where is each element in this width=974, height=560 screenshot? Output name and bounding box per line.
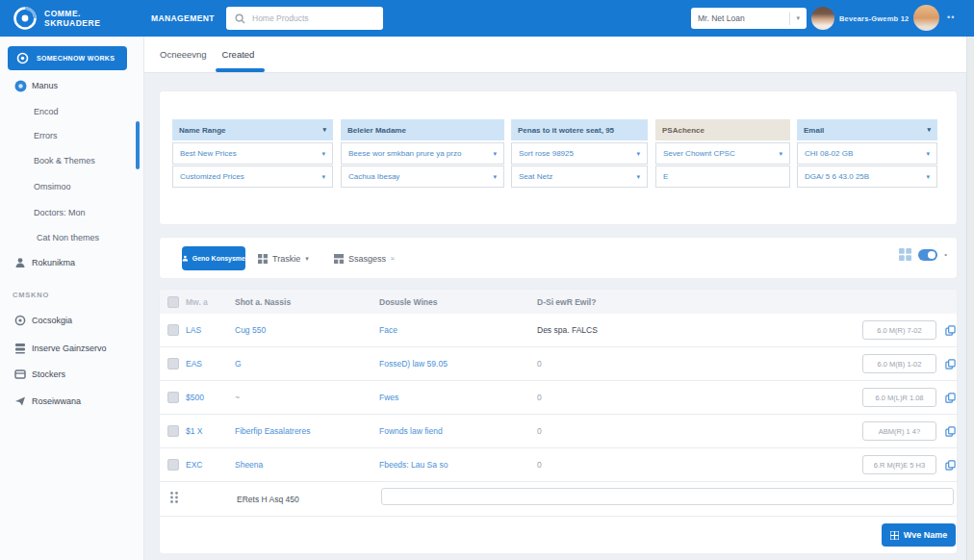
filter-select[interactable]: Sort rose 98925▾ [511, 142, 648, 165]
sidebar-subitem[interactable]: Errors [0, 129, 143, 142]
tab-bar: Ocneeevng Created [144, 37, 974, 73]
row-input[interactable]: 6.0 M(B) 1-02 [862, 354, 936, 373]
send-icon [14, 395, 26, 407]
filter-select[interactable]: E [655, 165, 790, 188]
table-row: LAS Cug 550 Face Des spa. FALCS 6.0 M(R)… [160, 314, 957, 347]
filter-column: Beleier Madame Beese wor smkban prure ya… [341, 119, 504, 188]
copy-icon[interactable] [945, 460, 956, 471]
sidebar-item-label: SOMECHNOW WORKS [37, 55, 115, 62]
sidebar-subitem[interactable]: Doctors: Mon [0, 206, 143, 219]
sidebar-scrollbar[interactable] [136, 121, 140, 169]
sidebar-item-label: Roseiwwana [32, 396, 81, 406]
sidebar-subitem[interactable]: Book & Themes [0, 154, 143, 167]
divider [789, 13, 790, 25]
filter-select[interactable]: Cachua Ibesay▾ [341, 165, 504, 188]
toolbar-card: Geno Konsysme Traskie ▾ Ssasgess ≈ • [159, 237, 958, 279]
logo: COMME. SKRUADERE [13, 6, 100, 31]
copy-icon[interactable] [945, 393, 956, 403]
table-row: EAS G FosseD) law 59.05 0 6.0 M(B) 1-02 [160, 347, 957, 381]
select-all-checkbox[interactable] [167, 296, 179, 308]
more-dot-icon[interactable]: • [944, 250, 947, 259]
tilde-icon: ≈ [391, 255, 395, 262]
sidebar-item-manus[interactable]: Manus [0, 79, 143, 92]
filter-column: Name Range▾ Best New Prices▾ Customized … [172, 119, 333, 188]
sidebar-subitem[interactable]: Encod [0, 105, 143, 118]
filter-select[interactable]: Sever Chownt CPSC▾ [655, 142, 790, 165]
sidebar-item-label: Rokunikma [32, 258, 75, 267]
search-placeholder: Home Products [252, 13, 309, 23]
sidebar-item-label: Manus [32, 81, 58, 90]
filter-select[interactable]: DGA/ 5 6 43.0 25B▾ [797, 165, 937, 188]
traskie-button[interactable]: Traskie ▾ [258, 246, 309, 270]
layers-icon [14, 343, 26, 354]
sidebar-item-stockers[interactable]: Stockers [0, 368, 143, 381]
row-checkbox[interactable] [167, 392, 179, 403]
row-input[interactable]: 6.R M(R)E 5 H3 [862, 455, 936, 474]
filter-select[interactable]: Seat Netz▾ [511, 165, 648, 188]
row-checkbox[interactable] [167, 459, 179, 471]
new-row-input[interactable] [381, 488, 954, 505]
table-header: Mw. a Shot a. Nassis Dosusle Wines D-Si … [160, 290, 957, 314]
table-row: $500 ~ Fwes 0 6.0 M(L)R 1.08 [160, 381, 957, 415]
sidebar-item-cocsokgia[interactable]: Cocsokgia [0, 314, 143, 327]
save-button[interactable]: Wve Name [882, 523, 956, 547]
tab-created[interactable]: Created [219, 37, 258, 72]
sidebar-subitem[interactable]: Omsimoo [0, 180, 143, 193]
account-select[interactable]: Mr. Net Loan ▾ [691, 8, 807, 29]
filter-header[interactable]: Email▾ [797, 119, 937, 140]
row-input[interactable]: ABM(R) 1 4? [862, 421, 936, 441]
brand-name: COMME. SKRUADERE [44, 9, 100, 28]
filter-column: Penas to it wotere seat, 95 Sort rose 98… [511, 119, 648, 188]
row-input[interactable]: 6.0 M(L)R 1.08 [862, 388, 936, 407]
avatar[interactable] [811, 7, 834, 30]
sidebar-item-roseiwwana[interactable]: Roseiwwana [0, 395, 143, 408]
page-scrollbar[interactable] [966, 37, 974, 560]
filter-select[interactable]: Customized Prices▾ [172, 165, 333, 188]
filter-select[interactable]: Beese wor smkban prure ya przo▾ [341, 142, 504, 165]
filter-header[interactable]: PSAchence [655, 119, 790, 140]
row-checkbox[interactable] [167, 358, 179, 369]
circle-dot-icon [14, 80, 27, 92]
caret-down-icon: ▾ [489, 173, 497, 181]
sidebar-item-label: Inserve Gainzservo [32, 344, 107, 353]
save-grid-icon [890, 531, 899, 540]
copy-icon[interactable] [945, 426, 956, 437]
avatar[interactable] [913, 5, 939, 31]
toggle-knob [928, 251, 936, 259]
filter-header[interactable]: Beleier Madame [341, 119, 504, 140]
user-name[interactable]: Bevears-Gwemb 12m [839, 14, 909, 23]
primary-action-button[interactable]: Geno Konsysme [182, 246, 245, 270]
gear-icon [14, 315, 26, 326]
sidebar-item-rokunikma[interactable]: Rokunikma [0, 256, 143, 269]
sidebar-section-label: CMSKNO [0, 288, 143, 301]
more-menu[interactable]: •• [947, 13, 955, 22]
copy-icon[interactable] [945, 359, 956, 369]
filter-header[interactable]: Name Range▾ [172, 119, 333, 140]
row-checkbox[interactable] [167, 324, 179, 336]
tab-ocneeevng[interactable]: Ocneeevng [157, 37, 210, 72]
brand-line1: COMME. [44, 9, 100, 18]
sidebar-item-inserve[interactable]: Inserve Gainzservo [0, 342, 143, 355]
header-search[interactable]: Home Products [226, 7, 383, 30]
row-input[interactable]: 6.0 M(R) 7-02 [862, 320, 936, 340]
caret-down-icon: ▾ [319, 126, 326, 134]
app-header: COMME. SKRUADERE MANAGEMENT Home Product… [0, 0, 974, 37]
ssasgess-button[interactable]: Ssasgess ≈ [334, 246, 395, 270]
sidebar-item-active[interactable]: SOMECHNOW WORKS [8, 46, 127, 70]
sidebar-subitem[interactable]: Cat Non themes [0, 231, 143, 244]
grid-icon[interactable] [899, 248, 911, 261]
logo-icon [13, 6, 38, 31]
filters-card: Name Range▾ Best New Prices▾ Customized … [159, 90, 958, 225]
toggle-switch[interactable] [918, 249, 937, 261]
drag-handle-icon[interactable] [168, 491, 180, 504]
copy-icon[interactable] [945, 325, 956, 336]
table-footer-row: ERets H Asq 450 [160, 482, 957, 517]
filter-header[interactable]: Penas to it wotere seat, 95 [511, 119, 648, 140]
filter-select[interactable]: CHI 08-02 GB▾ [797, 142, 937, 165]
filter-select[interactable]: Best New Prices▾ [172, 142, 333, 165]
nav-label[interactable]: MANAGEMENT [151, 13, 215, 23]
row-checkbox[interactable] [167, 425, 179, 437]
search-icon [235, 13, 245, 24]
caret-down-icon: ▾ [632, 173, 640, 181]
sidebar-item-label: Stockers [32, 369, 65, 379]
